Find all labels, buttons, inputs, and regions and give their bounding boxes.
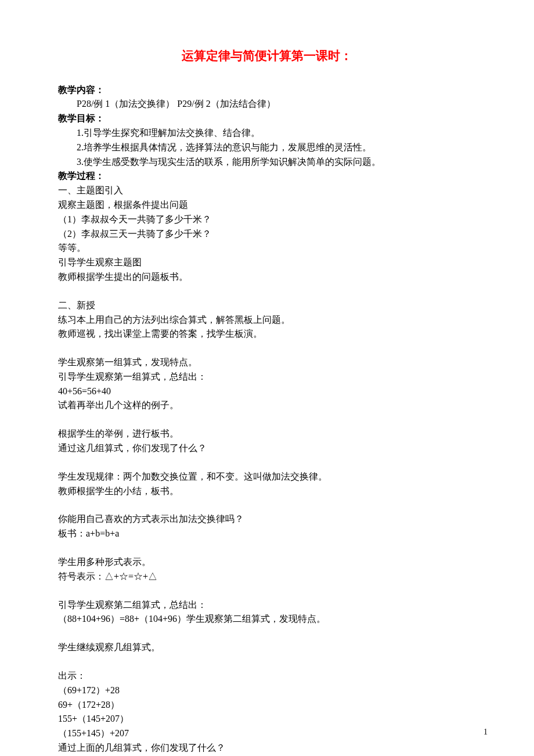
section-header-content: 教学内容： <box>58 83 476 98</box>
body-text: 学生发现规律：两个加数交换位置，和不变。这叫做加法交换律。 <box>58 470 476 484</box>
body-text: 引导学生观察主题图 <box>58 255 476 270</box>
goal-1: 1.引导学生探究和理解加法交换律、结合律。 <box>58 126 476 141</box>
body-text: 符号表示：△+☆=☆+△ <box>58 570 476 584</box>
body-text: 根据学生的举例，进行板书。 <box>58 427 476 441</box>
body-text: 155+（145+207） <box>58 712 476 726</box>
body-text: （88+104+96）=88+（104+96）学生观察第二组算式，发现特点。 <box>58 612 476 627</box>
section-header-process: 教学过程： <box>58 169 476 183</box>
body-text: （69+172）+28 <box>58 683 476 698</box>
body-text: 69+（172+28） <box>58 698 476 712</box>
body-text: 出示： <box>58 669 476 683</box>
part1-title: 一、主题图引入 <box>58 183 476 198</box>
body-text: 练习本上用自己的方法列出综合算式，解答黑板上问题。 <box>58 313 476 327</box>
body-text: 40+56=56+40 <box>58 384 476 399</box>
body-text: （2）李叔叔三天一共骑了多少千米？ <box>58 227 476 242</box>
page-number: 1 <box>484 726 488 739</box>
body-text: 教师巡视，找出课堂上需要的答案，找学生板演。 <box>58 327 476 341</box>
body-text: 等等。 <box>58 241 476 255</box>
body-text: 你能用自己喜欢的方式表示出加法交换律吗？ <box>58 512 476 527</box>
body-text: 教师根据学生提出的问题板书。 <box>58 270 476 285</box>
body-text: 引导学生观察第一组算式，总结出： <box>58 370 476 384</box>
body-text: （1）李叔叔今天一共骑了多少千米？ <box>58 213 476 227</box>
body-text: 教师根据学生的小结，板书。 <box>58 484 476 499</box>
body-text: 引导学生观察第二组算式，总结出： <box>58 598 476 613</box>
part2-title: 二、新授 <box>58 298 476 313</box>
section-header-goals: 教学目标： <box>58 111 476 126</box>
body-text: 通过这几组算式，你们发现了什么？ <box>58 441 476 456</box>
body-text: 学生继续观察几组算式。 <box>58 640 476 655</box>
goal-2: 2.培养学生根据具体情况，选择算法的意识与能力，发展思维的灵活性。 <box>58 141 476 155</box>
content-scope: P28/例 1（加法交换律） P29/例 2（加法结合律） <box>58 97 476 111</box>
page-title: 运算定律与简便计算第一课时： <box>58 46 476 66</box>
body-text: 学生用多种形式表示。 <box>58 555 476 570</box>
body-text: 通过上面的几组算式，你们发现了什么？ <box>58 741 476 755</box>
goal-3: 3.使学生感受数学与现实生活的联系，能用所学知识解决简单的实际问题。 <box>58 155 476 170</box>
body-text: 试着再举出几个这样的例子。 <box>58 398 476 413</box>
body-text: 板书：a+b=b+a <box>58 527 476 541</box>
body-text: 学生观察第一组算式，发现特点。 <box>58 355 476 370</box>
body-text: （155+145）+207 <box>58 726 476 741</box>
body-text: 观察主题图，根据条件提出问题 <box>58 198 476 213</box>
